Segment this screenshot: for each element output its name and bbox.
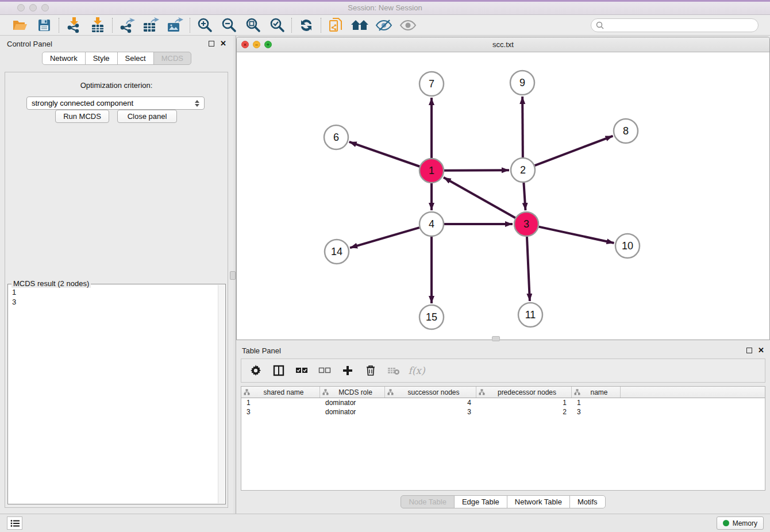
open-session-icon[interactable] xyxy=(11,17,29,34)
mcds-result-text[interactable]: 13 xyxy=(8,286,218,504)
export-image-icon[interactable] xyxy=(166,17,184,34)
select-all-columns-icon[interactable] xyxy=(294,362,309,379)
search-icon xyxy=(596,21,604,29)
column-type-icon xyxy=(387,389,394,395)
add-column-icon[interactable] xyxy=(340,362,355,379)
tab-mcds[interactable]: MCDS xyxy=(153,52,191,65)
float-table-panel-icon[interactable] xyxy=(746,348,752,353)
zoom-in-icon[interactable] xyxy=(195,17,214,34)
show-columns-icon[interactable] xyxy=(271,362,286,379)
column-header-name[interactable]: name xyxy=(572,387,621,398)
column-type-icon xyxy=(574,389,580,395)
save-session-icon[interactable] xyxy=(35,17,53,34)
window-titlebar: Session: New Session xyxy=(0,0,770,15)
table-cell[interactable]: 3 xyxy=(385,407,476,417)
graph-node-label: 2 xyxy=(520,164,526,176)
search-input[interactable] xyxy=(607,21,753,29)
window-accent-strip xyxy=(0,0,770,2)
zoom-out-icon[interactable] xyxy=(220,17,238,34)
node-table-body: 1dominator4113dominator323 xyxy=(241,398,765,417)
tab-network-table[interactable]: Network Table xyxy=(507,495,570,508)
column-type-icon xyxy=(479,389,485,395)
export-network-icon[interactable] xyxy=(118,17,136,34)
optimization-criterion-select[interactable]: strongly connected component xyxy=(26,97,205,110)
import-network-icon[interactable] xyxy=(64,17,83,34)
table-panel-tabbar: Node TableEdge TableNetwork TableMotifs xyxy=(236,495,770,508)
tab-network[interactable]: Network xyxy=(42,52,86,65)
column-header-label: name xyxy=(580,388,618,396)
table-cell[interactable]: 3 xyxy=(241,407,320,417)
table-cell[interactable]: 1 xyxy=(476,398,572,407)
tab-select[interactable]: Select xyxy=(117,52,154,65)
graph-edge-2-3[interactable] xyxy=(523,183,525,210)
node-table: shared nameMCDS rolesuccessor nodesprede… xyxy=(241,386,765,491)
close-panel-button[interactable]: Close panel xyxy=(117,110,177,123)
horizontal-splitter-handle[interactable] xyxy=(492,336,500,341)
close-panel-icon[interactable]: ✕ xyxy=(220,41,226,47)
duplicate-network-icon[interactable] xyxy=(326,17,345,34)
refresh-layout-icon[interactable] xyxy=(297,17,315,34)
hide-details-icon[interactable] xyxy=(375,17,393,34)
column-type-icon xyxy=(244,389,250,395)
graph-edge-1-6[interactable] xyxy=(349,142,420,167)
table-cell[interactable]: 4 xyxy=(385,398,476,407)
float-panel-icon[interactable] xyxy=(209,41,214,47)
memory-button-label: Memory xyxy=(733,519,757,527)
table-cell[interactable]: 3 xyxy=(572,407,621,417)
graph-node-label: 1 xyxy=(429,165,434,176)
control-panel-tabbar: NetworkStyleSelectMCDS xyxy=(0,52,233,65)
table-cell[interactable]: 1 xyxy=(572,398,621,407)
tab-edge-table[interactable]: Edge Table xyxy=(454,495,507,508)
tab-node-table[interactable]: Node Table xyxy=(401,495,455,508)
select-spinner-icon xyxy=(195,100,199,107)
export-table-icon[interactable] xyxy=(142,17,160,34)
column-header-successor-nodes[interactable]: successor nodes xyxy=(385,387,476,398)
control-panel: Control Panel ✕ NetworkStyleSelectMCDS O… xyxy=(0,36,233,514)
graph-edge-3-11[interactable] xyxy=(527,237,530,301)
column-header-label: shared name xyxy=(250,388,317,396)
mcds-panel: Optimization criterion: strongly connect… xyxy=(5,72,228,508)
delete-column-icon[interactable] xyxy=(363,362,378,379)
table-cell[interactable]: 1 xyxy=(241,398,320,407)
search-field[interactable] xyxy=(591,18,759,32)
column-header-label: successor nodes xyxy=(394,388,473,396)
mcds-result-scrollbar[interactable] xyxy=(218,285,225,503)
table-cell[interactable]: dominator xyxy=(320,407,385,417)
graph-node-label: 3 xyxy=(523,218,529,230)
network-view-titlebar[interactable]: × − + scc.txt xyxy=(237,37,769,52)
graph-edge-3-10[interactable] xyxy=(539,227,614,243)
window-title: Session: New Session xyxy=(0,3,770,12)
tab-style[interactable]: Style xyxy=(85,52,118,65)
graph-edge-2-8[interactable] xyxy=(535,136,613,166)
table-row[interactable]: 1dominator411 xyxy=(241,398,765,407)
graph-node-label: 14 xyxy=(331,246,342,257)
graph-edge-2-9[interactable] xyxy=(522,97,523,157)
zoom-selected-icon[interactable] xyxy=(268,17,286,34)
graph-edge-1-2[interactable] xyxy=(444,170,509,171)
memory-button[interactable]: Memory xyxy=(717,516,764,530)
run-mcds-button[interactable]: Run MCDS xyxy=(55,110,109,123)
import-table-icon[interactable] xyxy=(88,17,107,34)
vertical-splitter-handle[interactable] xyxy=(230,271,236,280)
table-options-gear-icon[interactable] xyxy=(248,362,263,379)
home-networks-icon[interactable] xyxy=(351,17,369,34)
show-details-icon[interactable] xyxy=(399,17,417,34)
task-history-button[interactable] xyxy=(7,516,22,530)
optimization-criterion-value: strongly connected component xyxy=(32,99,195,107)
unselect-all-columns-icon[interactable] xyxy=(317,362,332,379)
table-row[interactable]: 3dominator323 xyxy=(241,407,765,417)
table-cell[interactable]: dominator xyxy=(320,398,385,407)
table-cell[interactable]: 2 xyxy=(476,407,572,417)
node-table-header: shared nameMCDS rolesuccessor nodesprede… xyxy=(241,387,765,398)
network-canvas[interactable]: 7968124314101511 xyxy=(237,52,769,340)
zoom-fit-icon[interactable] xyxy=(244,17,262,34)
graph-edge-4-14[interactable] xyxy=(350,228,419,248)
tab-motifs[interactable]: Motifs xyxy=(569,495,606,508)
column-header-predecessor-nodes[interactable]: predecessor nodes xyxy=(476,387,572,398)
close-table-panel-icon[interactable]: ✕ xyxy=(758,348,764,353)
column-header-MCDS-role[interactable]: MCDS role xyxy=(320,387,385,398)
graph-edge-3-1[interactable] xyxy=(444,178,515,218)
graph-node-label: 7 xyxy=(429,78,434,90)
table-panel-title: Table Panel xyxy=(242,346,746,355)
column-header-shared-name[interactable]: shared name xyxy=(241,387,320,398)
